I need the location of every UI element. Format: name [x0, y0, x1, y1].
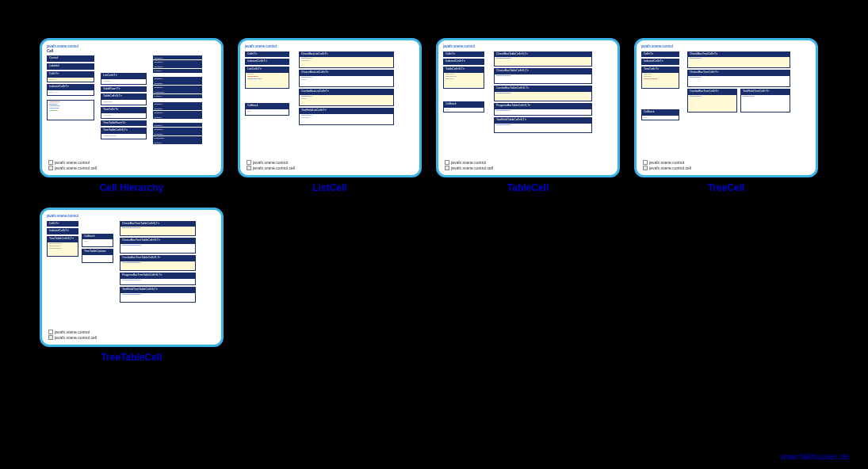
caption-treecell[interactable]: TreeCell	[708, 182, 745, 193]
pkg-title: javafx.scene.control	[47, 45, 216, 49]
uml-class-tablecell: TableCell<S,T> TableView	[101, 93, 147, 105]
legend: javafx.scene.control javafx.scene.contro…	[643, 160, 691, 170]
caption-listcell[interactable]: ListCell	[312, 182, 346, 193]
caption-treetablecell[interactable]: TreeTableCell	[101, 352, 162, 363]
legend: javafx.scene.control javafx.scene.contro…	[48, 330, 97, 340]
uml-class-cell: Cell<T> item : T	[47, 71, 94, 83]
card-listcell: javafx.scene.control Cell<T> IndexedCell…	[238, 38, 422, 193]
legend: javafx.scene.control javafx.scene.contro…	[247, 160, 295, 170]
thumb-treetablecell[interactable]: javafx.scene.control Cell<T> IndexedCell…	[40, 208, 224, 347]
caption-cell-hierarchy[interactable]: Cell Hierarchy	[100, 182, 164, 193]
uml-class-labeled: Labeled	[47, 63, 94, 70]
uml-class-control: Control	[47, 55, 94, 62]
card-cell-hierarchy: javafx.scene.control Cell Control Labele…	[40, 38, 224, 193]
card-treecell: javafx.scene.control Cell<T> IndexedCell…	[634, 38, 818, 193]
legend: javafx.scene.control javafx.scene.contro…	[445, 160, 493, 170]
thumb-treecell[interactable]: javafx.scene.control Cell<T> IndexedCell…	[634, 38, 818, 177]
uml-class-tablerow: TableRow<T>	[101, 86, 147, 93]
card-tablecell: javafx.scene.control Cell<T> IndexedCell…	[436, 38, 620, 193]
uml-class-treetablecell: TreeTableCell<S,T> TreeTableView	[101, 128, 147, 139]
thumbnail-grid: javafx.scene.control Cell Control Labele…	[0, 0, 868, 371]
thumb-cell-hierarchy[interactable]: javafx.scene.control Cell Control Labele…	[40, 38, 224, 177]
uml-class-details: updateItem() startEdit() commitEdit() ca…	[47, 100, 94, 120]
legend: javafx.scene.control javafx.scene.contro…	[48, 160, 97, 170]
thumb-tablecell[interactable]: javafx.scene.control Cell<T> IndexedCell…	[436, 38, 620, 177]
pkg-title: javafx.scene.control	[443, 45, 613, 49]
card-treetablecell: javafx.scene.control Cell<T> IndexedCell…	[40, 208, 224, 363]
pkg-title: javafx.scene.control	[245, 45, 415, 49]
footer-site-link[interactable]: www.falkhausen.de	[781, 452, 849, 461]
uml-class-treecell: TreeCell<T> TreeView	[101, 107, 147, 119]
uml-class-indexed-cell: IndexedCell<T> index : int	[47, 84, 94, 96]
uml-class-listcell: ListCell<T> ListView	[101, 73, 147, 85]
uml-class-treetablerow: TreeTableRow<T>	[101, 120, 147, 127]
thumb-listcell[interactable]: javafx.scene.control Cell<T> IndexedCell…	[238, 38, 422, 177]
pkg-title: javafx.scene.control	[47, 215, 216, 219]
section-title: Cell	[47, 50, 216, 54]
caption-tablecell[interactable]: TableCell	[507, 182, 549, 193]
pkg-title: javafx.scene.control	[641, 45, 811, 49]
